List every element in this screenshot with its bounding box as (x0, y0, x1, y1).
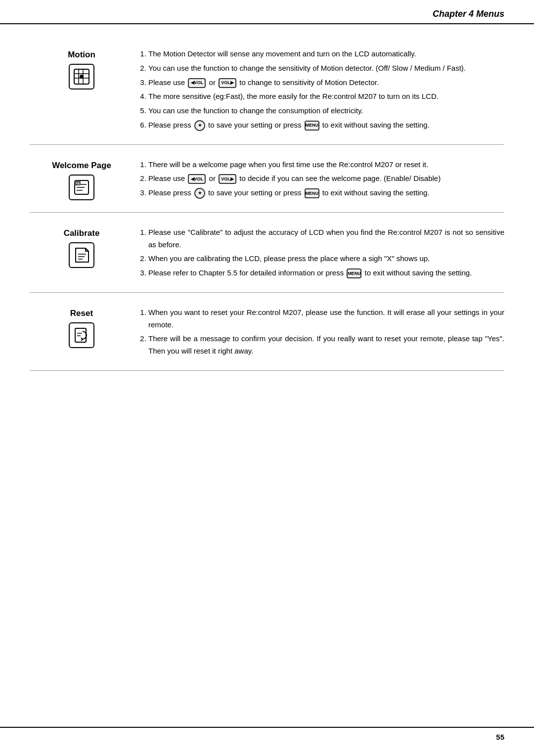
vol-plus-icon-2: VOL▶ (219, 174, 236, 184)
welcome-page-label: Welcome Page (52, 161, 111, 171)
set-icon: ✦ (194, 120, 205, 131)
menu-icon-3: MENU (347, 268, 361, 278)
menu-icon: MENU (305, 121, 319, 131)
section-reset: Reset When you want to reset your Re:con… (30, 293, 504, 371)
vol-plus-icon: VOL▶ (219, 78, 236, 88)
svg-text:≡s: ≡s (76, 181, 80, 185)
motion-label: Motion (68, 50, 95, 60)
section-motion-left: Motion (30, 48, 134, 89)
page-header: Chapter 4 Menus (0, 0, 534, 24)
reset-content: When you want to reset your Re:control M… (134, 307, 504, 359)
vol-minus-icon: ◀VOL (188, 78, 206, 88)
svg-point-5 (80, 75, 84, 79)
list-item: There will be a message to confirm your … (148, 333, 504, 357)
welcome-page-icon: ≡s (69, 175, 94, 200)
motion-list: The Motion Detector will sense any movem… (138, 48, 504, 132)
menu-icon-2: MENU (305, 188, 319, 198)
list-item: Please press ✦ to save your setting or p… (148, 187, 504, 199)
list-item: The more sensitive (eg:Fast), the more e… (148, 90, 504, 103)
list-item: When you want to reset your Re:control M… (148, 307, 504, 331)
set-icon-2: ✦ (194, 188, 205, 199)
motion-content: The Motion Detector will sense any movem… (134, 48, 504, 133)
chapter-title: Chapter 4 Menus (433, 9, 504, 19)
section-welcome-left: Welcome Page ≡s (30, 159, 134, 200)
list-item: Please use "Calibrate" to adjust the acc… (148, 226, 504, 251)
calibrate-icon (69, 242, 94, 268)
list-item: Please refer to Chapter 5.5 for detailed… (148, 267, 504, 279)
page-container: Chapter 4 Menus Motion (0, 0, 534, 756)
section-welcome-page: Welcome Page ≡s There will be a welco (30, 145, 504, 213)
welcome-page-content: There will be a welcome page when you fi… (134, 159, 504, 201)
reset-list: When you want to reset your Re:control M… (138, 307, 504, 357)
list-item: When you are calibrating the LCD, please… (148, 253, 504, 265)
page-content: Motion The Motion Detector will sens (0, 24, 534, 391)
list-item: There will be a welcome page when you fi… (148, 159, 504, 171)
list-item: The Motion Detector will sense any movem… (148, 48, 504, 60)
calibrate-label: Calibrate (64, 228, 100, 238)
list-item: Please press ✦ to save your setting or p… (148, 119, 504, 132)
motion-icon (69, 64, 94, 89)
calibrate-content: Please use "Calibrate" to adjust the acc… (134, 226, 504, 281)
list-item: You can use the function to change the s… (148, 62, 504, 75)
section-motion: Motion The Motion Detector will sens (30, 34, 504, 145)
list-item: You can use the function to change the c… (148, 105, 504, 117)
calibrate-list: Please use "Calibrate" to adjust the acc… (138, 226, 504, 279)
section-reset-left: Reset (30, 307, 134, 348)
page-number: 55 (496, 733, 504, 741)
svg-rect-15 (75, 328, 86, 342)
section-calibrate: Calibrate Please use "Calibrate" to adju… (30, 213, 504, 293)
page-footer: 55 (0, 727, 534, 741)
list-item: Please use ◀VOL or VOL▶ to change to sen… (148, 77, 504, 89)
welcome-page-list: There will be a welcome page when you fi… (138, 159, 504, 199)
reset-icon (69, 322, 94, 348)
vol-minus-icon-2: ◀VOL (188, 174, 206, 184)
section-calibrate-left: Calibrate (30, 226, 134, 268)
list-item: Please use ◀VOL or VOL▶ to decide if you… (148, 173, 504, 185)
reset-label: Reset (70, 309, 93, 318)
